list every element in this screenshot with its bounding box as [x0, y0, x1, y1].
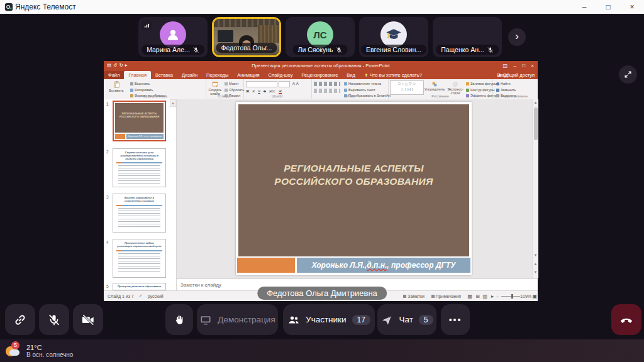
share-screen-label: Демонстрация [218, 315, 275, 324]
magnifier-icon [496, 82, 499, 85]
slide-thumbnail-3[interactable]: Вызовы образование в современных условия… [113, 194, 166, 233]
font-name-box[interactable] [246, 81, 277, 87]
tab-slideshow[interactable]: Слайд-шоу [264, 71, 297, 79]
thumb-title: РЕГИОНАЛЬНЫЕ АСПЕКТЫ РОССИЙСКОГО ОБРАЗОВ… [115, 103, 164, 118]
tellme-box[interactable]: Что вы хотите сделать? [360, 71, 426, 79]
share-screen-button[interactable]: Демонстрация [197, 304, 278, 335]
participant-tile-active-speaker[interactable]: Федотова Ольг... [212, 17, 281, 57]
reset-icon [225, 89, 228, 92]
find-button[interactable]: Найти [496, 82, 516, 86]
notes-toggle[interactable]: Заметки [403, 294, 425, 299]
ppt-close-button[interactable]: × [531, 63, 534, 69]
text-direction-button[interactable]: Направление текста [344, 82, 391, 86]
ppt-vertical-scrollbar[interactable]: ▲ ▼ ▲ ▼ [532, 99, 538, 278]
minimize-button[interactable]: – [572, 0, 596, 14]
grow-shrink-font-buttons[interactable]: А А [292, 82, 299, 87]
tab-animations[interactable]: Анимация [233, 71, 264, 79]
camera-off-icon [81, 313, 95, 327]
slide-thumbnail-4[interactable]: Приоритетные задачи реализации стратегич… [113, 239, 166, 278]
comments-toggle[interactable]: Примечания [431, 294, 461, 299]
ppt-share-button[interactable]: Общий доступ [497, 72, 535, 78]
thumb-author: Хоронько Л.Я., д.п.н., профессор ДГТУ [126, 134, 164, 139]
reset-button[interactable]: Сбросить [225, 88, 244, 92]
shapes-gallery[interactable]: □ ○ △ ▽ ◇☆ ( ) { } [390, 80, 424, 95]
weather-widget[interactable]: 5 21°C В осн. солнечно [5, 343, 131, 358]
clear-formatting-button[interactable]: abc [269, 89, 275, 94]
zoom-slider[interactable] [501, 296, 520, 297]
alignment-buttons[interactable] [314, 89, 340, 93]
previous-slide-button[interactable]: ▲ [533, 261, 538, 267]
view-normal-button[interactable]: ▦ [467, 293, 472, 299]
language-indicator[interactable]: русский [148, 294, 164, 299]
cut-button[interactable]: Вырезать [130, 82, 165, 86]
slide-thumbnail-2[interactable]: Стратегическая цель государственной поли… [113, 148, 166, 187]
tab-review[interactable]: Рецензирование [297, 71, 342, 79]
participants-button[interactable]: Участники 17 [283, 304, 375, 335]
panel-scroll-up[interactable]: ▲ [170, 99, 176, 107]
view-sorter-button[interactable]: ⊞ [475, 293, 480, 299]
current-slide[interactable]: РЕГИОНАЛЬНЫЕ АСПЕКТЫ РОССИЙСКОГО ОБРАЗОВ… [236, 102, 472, 275]
zoom-level[interactable]: 109% [520, 294, 531, 299]
end-call-button[interactable] [611, 304, 641, 335]
spellcheck-icon[interactable]: ✓ [139, 293, 143, 299]
view-slideshow-button[interactable]: ▸ [491, 293, 494, 299]
expand-arrows-icon [623, 70, 633, 79]
layout-icon [225, 82, 228, 85]
tab-home[interactable]: Главная [124, 71, 151, 79]
participant-name-pill: Ли Сяокунь [292, 45, 347, 55]
copy-button[interactable]: Копировать [130, 88, 165, 92]
ribbon-group-clipboard: Вставить Вырезать Копировать Формат по о… [105, 79, 206, 99]
maximize-button[interactable]: □ [596, 0, 620, 14]
participant-tile[interactable]: ЛС Ли Сяокунь [286, 17, 355, 57]
tab-view[interactable]: Вид [342, 71, 360, 79]
layout-button[interactable]: Макет [225, 82, 244, 86]
scroll-down-button[interactable]: ▼ [533, 252, 538, 258]
participant-tile[interactable]: Пащенко Ан... [433, 17, 502, 57]
slide-thumbnail-5[interactable]: Принципы развития образования [113, 283, 166, 290]
scroll-thumb[interactable] [534, 107, 538, 140]
tab-design[interactable]: Дизайн [177, 71, 202, 79]
person-icon [165, 26, 181, 43]
raise-hand-button[interactable] [165, 304, 193, 335]
chat-button[interactable]: Чат 5 [377, 304, 436, 335]
person-icon [497, 73, 502, 77]
tab-insert[interactable]: Вставка [151, 71, 177, 79]
slide-number: 2 [106, 150, 109, 154]
ppt-minimize-button[interactable]: – [514, 63, 516, 69]
more-options-button[interactable]: ••• [441, 304, 470, 335]
copy-link-button[interactable] [5, 304, 35, 335]
strikethrough-button[interactable]: S [264, 89, 266, 94]
fit-to-window-button[interactable]: ▣ [532, 293, 537, 299]
bullets-numbering-buttons[interactable] [314, 82, 340, 86]
participant-tile[interactable]: Марина Але... [138, 17, 208, 57]
expand-screen-button[interactable] [619, 65, 637, 84]
view-reading-button[interactable]: ▥ [482, 293, 487, 299]
camera-off-button[interactable] [73, 304, 103, 335]
bold-button[interactable]: Ж [246, 89, 249, 94]
microphone-muted-button[interactable] [39, 304, 69, 335]
zoom-out-button[interactable]: – [496, 294, 499, 299]
underline-button[interactable]: Ч [258, 89, 260, 94]
next-slide-button[interactable]: ▼ [533, 269, 538, 275]
replace-button[interactable]: Заменить [496, 88, 516, 92]
ppt-maximize-button[interactable]: □ [522, 63, 525, 69]
paste-button[interactable]: Вставить [108, 80, 125, 92]
slide-accent-block [237, 258, 295, 273]
quick-styles-button[interactable]: Экспресс-стили [446, 81, 465, 95]
italic-button[interactable]: К [252, 89, 255, 94]
ppt-ribbon-display-icon[interactable]: ◫ [502, 63, 508, 69]
arrange-button[interactable]: Упорядочить [425, 81, 445, 91]
align-text-button[interactable]: Выровнять текст [344, 88, 391, 92]
font-color-button[interactable]: Ж [279, 89, 282, 94]
scroll-up-button[interactable]: ▲ [533, 99, 538, 106]
font-size-box[interactable] [279, 81, 290, 87]
thumb-title: Стратегическая цель государственной поли… [113, 149, 165, 162]
new-slide-button[interactable]: Создать слайд [207, 80, 223, 96]
next-participants-button[interactable]: › [508, 28, 526, 46]
group-label: Буфер обмена [105, 94, 206, 98]
tab-file[interactable]: Файл [104, 71, 124, 79]
close-button[interactable]: × [620, 0, 644, 14]
participant-tile[interactable]: Евгения Словин... [359, 17, 428, 57]
tab-transitions[interactable]: Переходы [202, 71, 233, 79]
slide-thumbnail-1[interactable]: РЕГИОНАЛЬНЫЕ АСПЕКТЫ РОССИЙСКОГО ОБРАЗОВ… [113, 101, 166, 141]
